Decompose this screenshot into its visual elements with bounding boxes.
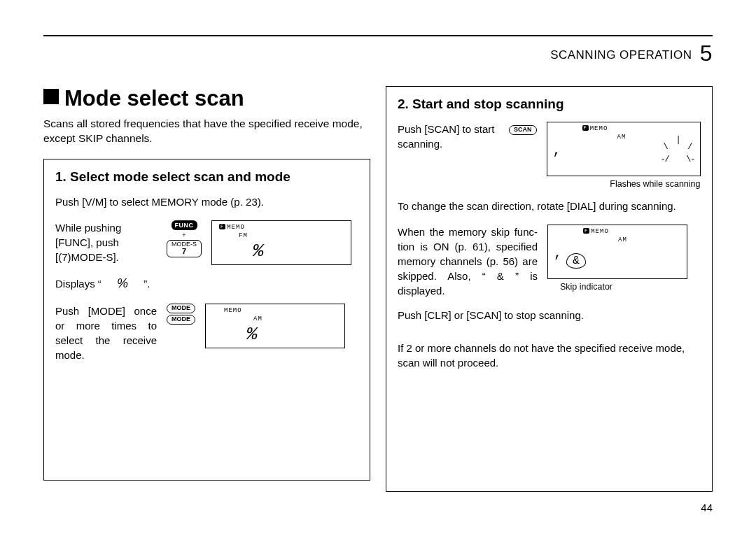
caption-flashes: Flashes while scanning (610, 179, 700, 189)
key-combo-func-7: FUNC + MODE-S 7 (167, 220, 202, 257)
lcd-b-freq: % (253, 241, 265, 262)
func-key-icon: FUNC (172, 220, 197, 230)
page-number: 44 (701, 502, 713, 513)
panel2-heading: 2. Start and stop scanning (398, 97, 701, 112)
panel2-step-c-row: When the memory skip func­tion is ON (p.… (398, 225, 701, 298)
lcd-display-b: FMEMO FM % (211, 220, 351, 265)
skip-indicator-icon: & (566, 253, 586, 269)
lcd-skip-top: FMEMO (583, 228, 609, 235)
caption-skip: Skip indicator (560, 282, 687, 292)
plus-icon: + (182, 232, 186, 239)
f-icon: F (582, 125, 589, 131)
f-icon: F (583, 228, 589, 234)
manual-page: SCANNING OPERATION 5 Mode select scan Sc… (0, 0, 756, 533)
panel1-step-d-text: Push [MODE] once or more times to select… (55, 304, 157, 362)
mode-key-icon-2: MODE (167, 315, 195, 325)
page-title: Mode select scan (43, 86, 370, 111)
intro-paragraph: Scans all stored frequencies that have t… (43, 117, 370, 146)
left-column: Mode select scan Scans all stored freque… (43, 86, 370, 492)
panel1-step-b-text: While pushing [FUNC], push [(7)MODE-S]. (55, 220, 157, 264)
panel1-step-a: Push [V/M] to select MEMORY mode (p. 23)… (55, 194, 358, 209)
panel2-step-a-text: Push [SCAN] to start scanning. (398, 122, 499, 151)
lcd-b-sub: FM (239, 232, 248, 239)
f-icon: F (219, 224, 225, 229)
panel1-step-c: Displays “ % ”. (55, 275, 358, 292)
section-name: SCANNING OPERATION (550, 48, 692, 62)
lcd-display-scan: FMEMO AM , | \ / - - / \ (547, 122, 701, 176)
panel2-step-a-row: Push [SCAN] to start scanning. SCAN FMEM… (398, 122, 701, 189)
mode-key-stack: MODE MODE (167, 304, 195, 325)
panel-start-stop: 2. Start and stop scanning Push [SCAN] t… (386, 86, 713, 492)
scan-key-icon: SCAN (509, 122, 537, 135)
mode-key-icon: MODE (167, 304, 195, 313)
lcd-scan-sub: AM (617, 134, 626, 141)
panel2-step-c-text: When the memory skip func­tion is ON (p.… (398, 225, 538, 298)
lcd-b-top: FMEMO (219, 224, 245, 231)
panel1-step-d-row: Push [MODE] once or more times to select… (55, 304, 358, 362)
lcd-scan-comma: , (553, 142, 561, 158)
lcd-display-d: MEMO AM % (205, 304, 345, 348)
panel1-step-b-row: While pushing [FUNC], push [(7)MODE-S]. … (55, 220, 358, 265)
columns: Mode select scan Scans all stored freque… (43, 86, 713, 492)
panel-select-mode: 1. Select mode select scan and mode Push… (43, 159, 370, 481)
lcd-scan-top: FMEMO (582, 125, 608, 132)
title-text: Mode select scan (64, 86, 244, 111)
chapter-number: 5 (700, 41, 713, 66)
right-column: 2. Start and stop scanning Push [SCAN] t… (386, 86, 713, 492)
panel2-step-e: If 2 or more channels do not have the sp… (398, 341, 701, 370)
flash-indicator-icon: | \ / - - / \ (666, 139, 690, 163)
page-header: SCANNING OPERATION 5 (43, 41, 713, 66)
lcd-skip-comma: , (554, 245, 562, 261)
panel1-heading: 1. Select mode select scan and mode (55, 169, 358, 185)
title-bullet-icon (43, 89, 59, 104)
lcd-d-sub: AM (253, 315, 262, 322)
top-rule (43, 35, 713, 36)
panel2-step-d: Push [CLR] or [SCAN] to stop scanning. (398, 308, 701, 322)
lcd-d-freq: % (246, 324, 259, 345)
panel2-step-b: To change the scan direction, rotate [DI… (398, 199, 701, 213)
mode-s-7-key-icon: MODE-S 7 (167, 240, 202, 257)
lcd-d-top: MEMO (213, 307, 242, 314)
lcd-display-skip: FMEMO AM , & (547, 225, 687, 279)
lcd-skip-sub: AM (618, 236, 627, 243)
